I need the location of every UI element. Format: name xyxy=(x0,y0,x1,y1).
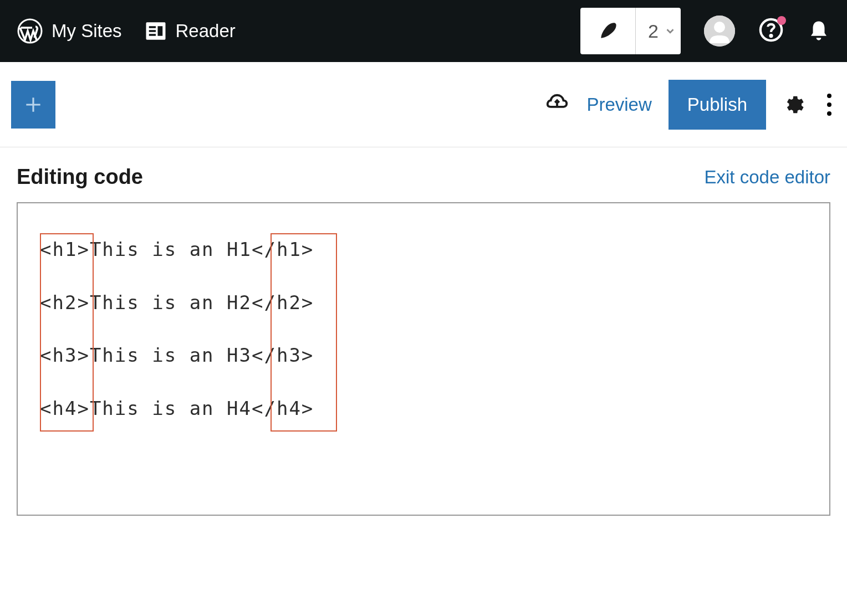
admin-bar-left: My Sites Reader xyxy=(17,18,236,44)
editing-code-label: Editing code xyxy=(17,165,143,189)
svg-rect-3 xyxy=(149,30,155,32)
publish-label: Publish xyxy=(687,94,747,115)
code-editor-bar: Editing code Exit code editor xyxy=(0,147,847,202)
cloud-upload-icon[interactable] xyxy=(544,92,570,117)
publish-button[interactable]: Publish xyxy=(669,80,766,130)
help-notification-badge xyxy=(777,16,786,25)
svg-point-9 xyxy=(770,35,772,37)
code-line: <h1>This is an H1</h1> xyxy=(40,237,807,263)
write-widget[interactable]: 2 xyxy=(580,8,681,54)
my-sites-label: My Sites xyxy=(52,20,122,42)
code-line: <h2>This is an H2</h2> xyxy=(40,290,807,316)
chevron-down-icon xyxy=(664,25,676,37)
svg-rect-4 xyxy=(149,34,155,36)
insert-block-button[interactable] xyxy=(11,81,55,129)
more-options-button[interactable] xyxy=(823,89,836,120)
pen-icon xyxy=(598,20,619,42)
write-count-value: 2 xyxy=(648,20,659,42)
code-line: <h3>This is an H3</h3> xyxy=(40,342,807,369)
editor-header-left xyxy=(11,81,55,129)
bell-icon[interactable] xyxy=(807,19,830,43)
preview-link[interactable]: Preview xyxy=(586,94,651,115)
avatar[interactable] xyxy=(704,16,735,47)
reader-link[interactable]: Reader xyxy=(144,19,236,43)
code-textarea[interactable]: <h1>This is an H1</h1> <h2>This is an H2… xyxy=(17,202,830,516)
help-button[interactable] xyxy=(758,17,784,45)
plus-icon xyxy=(23,94,44,115)
reader-label: Reader xyxy=(176,20,236,42)
reader-icon xyxy=(144,19,167,43)
svg-point-7 xyxy=(714,22,725,33)
editor-header-right: Preview Publish xyxy=(544,80,836,130)
gear-icon[interactable] xyxy=(783,93,806,116)
dot-icon xyxy=(827,94,831,98)
exit-code-editor-link[interactable]: Exit code editor xyxy=(705,167,830,188)
dot-icon xyxy=(827,102,831,107)
dot-icon xyxy=(827,111,831,116)
avatar-icon xyxy=(704,16,735,47)
svg-rect-5 xyxy=(157,26,162,36)
code-line: <h4>This is an H4</h4> xyxy=(40,396,807,422)
svg-rect-2 xyxy=(149,26,155,28)
admin-bar-right: 2 xyxy=(580,8,830,54)
admin-bar: My Sites Reader 2 xyxy=(0,0,847,62)
write-pen-button[interactable] xyxy=(580,8,636,54)
editor-header: Preview Publish xyxy=(0,62,847,147)
write-count-dropdown[interactable]: 2 xyxy=(636,20,681,42)
wordpress-icon xyxy=(17,18,43,44)
my-sites-link[interactable]: My Sites xyxy=(17,18,122,44)
